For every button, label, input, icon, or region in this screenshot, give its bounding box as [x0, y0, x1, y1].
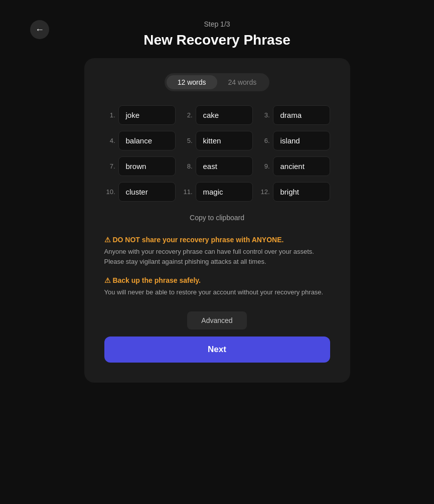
word-item: 11.magic: [182, 182, 253, 202]
word-item: 4.balance: [104, 131, 176, 150]
word-number: 8.: [182, 162, 193, 170]
word-number: 1.: [104, 111, 115, 119]
word-number: 3.: [259, 111, 270, 119]
next-button[interactable]: Next: [104, 337, 330, 363]
warning-title: ⚠ DO NOT share your recovery phrase with…: [104, 236, 330, 244]
main-card: 12 words 24 words 1.joke2.cake3.drama4.b…: [84, 58, 350, 383]
word-count-toggle: 12 words 24 words: [165, 73, 270, 91]
word-number: 4.: [104, 137, 115, 144]
toggle-12-words[interactable]: 12 words: [167, 75, 217, 89]
word-box: balance: [118, 131, 176, 150]
word-item: 9.ancient: [259, 156, 330, 176]
warning-text: You will never be able to restore your a…: [104, 287, 330, 297]
word-item: 5.kitten: [182, 131, 253, 150]
back-button[interactable]: ←: [30, 20, 49, 39]
page-header: ← Step 1/3 New Recovery Phrase: [0, 20, 434, 48]
word-box: magic: [196, 182, 253, 202]
word-box: island: [273, 131, 330, 150]
word-item: 1.joke: [104, 105, 176, 125]
warning-block: ⚠ Back up the phrase safely.You will nev…: [104, 276, 330, 297]
word-box: ancient: [273, 156, 330, 176]
toggle-24-words[interactable]: 24 words: [217, 75, 268, 89]
word-item: 12.bright: [259, 182, 330, 202]
word-number: 11.: [182, 188, 193, 196]
word-box: bright: [273, 182, 330, 202]
word-box: cake: [196, 105, 253, 125]
word-box: kitten: [196, 131, 253, 150]
word-number: 5.: [182, 137, 193, 144]
word-item: 2.cake: [182, 105, 253, 125]
word-item: 3.drama: [259, 105, 330, 125]
word-item: 8.east: [182, 156, 253, 176]
word-number: 2.: [182, 111, 193, 119]
warning-title: ⚠ Back up the phrase safely.: [104, 276, 330, 284]
word-number: 7.: [104, 162, 115, 170]
warning-block: ⚠ DO NOT share your recovery phrase with…: [104, 236, 330, 266]
page-title: New Recovery Phrase: [143, 32, 291, 48]
warning-text: Anyone with your recovery phrase can hav…: [104, 247, 330, 266]
word-box: drama: [273, 105, 330, 125]
word-box: brown: [118, 156, 176, 176]
word-item: 6.island: [259, 131, 330, 150]
word-number: 9.: [259, 162, 270, 170]
word-box: joke: [118, 105, 176, 125]
word-box: cluster: [118, 182, 176, 202]
word-number: 12.: [259, 188, 270, 196]
words-grid: 1.joke2.cake3.drama4.balance5.kitten6.is…: [104, 105, 330, 202]
advanced-button[interactable]: Advanced: [187, 311, 246, 329]
word-box: east: [196, 156, 253, 176]
warning-section: ⚠ DO NOT share your recovery phrase with…: [104, 236, 330, 307]
word-number: 6.: [259, 137, 270, 144]
copy-to-clipboard-button[interactable]: Copy to clipboard: [186, 212, 248, 224]
step-label: Step 1/3: [204, 20, 230, 28]
back-icon: ←: [35, 25, 44, 35]
word-item: 10.cluster: [104, 182, 176, 202]
word-item: 7.brown: [104, 156, 176, 176]
word-number: 10.: [104, 188, 115, 196]
